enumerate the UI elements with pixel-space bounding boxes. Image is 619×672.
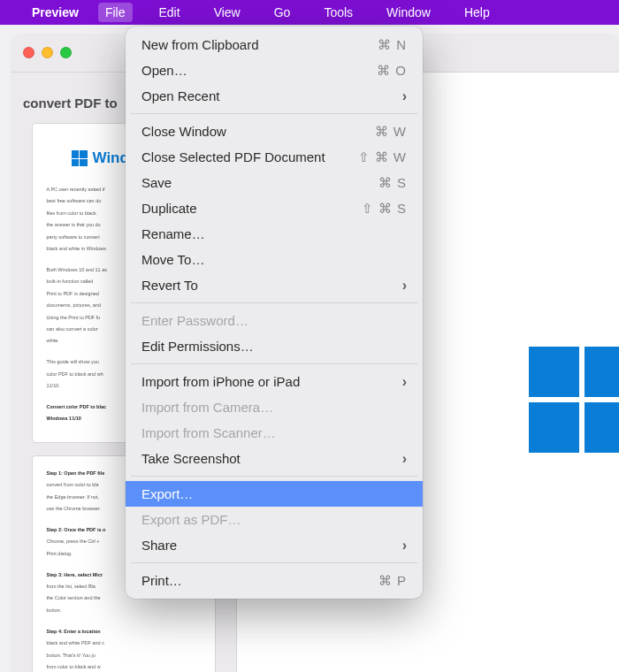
menu-item-label: Edit Permissions…: [141, 339, 254, 354]
menu-item-label: Close Window: [141, 124, 226, 139]
minimize-window-button[interactable]: [42, 47, 53, 58]
menubar: Preview File Edit View Go Tools Window H…: [0, 0, 619, 25]
menu-separator: [131, 363, 417, 364]
zoom-window-button[interactable]: [60, 47, 72, 58]
menu-item-open[interactable]: Open…⌘ O: [126, 57, 423, 83]
menu-help[interactable]: Help: [457, 3, 497, 22]
menu-item-label: New from Clipboard: [141, 37, 259, 52]
menu-shortcut: ⇧ ⌘ W: [358, 149, 408, 165]
file-menu-dropdown: New from Clipboard⌘ NOpen…⌘ OOpen Recent…: [126, 27, 423, 599]
menu-item-open-recent[interactable]: Open Recent›: [126, 83, 423, 109]
menu-shortcut: ⌘ N: [378, 37, 407, 53]
chevron-right-icon: ›: [402, 451, 407, 467]
menu-item-label: Enter Password…: [141, 313, 248, 328]
menu-item-label: Duplicate: [141, 201, 197, 216]
menu-item-label: Import from Scanner…: [141, 425, 276, 440]
menu-item-label: Open Recent: [141, 88, 219, 103]
menu-item-label: Export…: [141, 486, 193, 501]
menu-item-share[interactable]: Share›: [126, 532, 423, 558]
chevron-right-icon: ›: [402, 538, 407, 554]
menu-item-take-screenshot[interactable]: Take Screenshot›: [126, 446, 423, 471]
menu-item-edit-permissions[interactable]: Edit Permissions…: [126, 333, 423, 359]
menu-item-label: Export as PDF…: [141, 512, 241, 527]
menu-item-label: Import from iPhone or iPad: [141, 374, 300, 389]
menu-item-print[interactable]: Print…⌘ P: [126, 568, 423, 593]
menu-item-new-from-clipboard[interactable]: New from Clipboard⌘ N: [126, 32, 423, 57]
menu-tools[interactable]: Tools: [317, 3, 360, 22]
menu-item-import-from-scanner: Import from Scanner…: [126, 420, 423, 446]
menu-item-export[interactable]: Export…: [126, 481, 423, 507]
menu-item-label: Import from Camera…: [141, 400, 273, 415]
menu-item-close-window[interactable]: Close Window⌘ W: [126, 118, 423, 144]
menu-file[interactable]: File: [98, 3, 133, 22]
menu-item-label: Share: [141, 538, 177, 553]
menu-shortcut: ⌘ W: [375, 124, 407, 140]
menu-item-label: Move To…: [141, 252, 204, 267]
thumb-text-line: from color to black and w: [47, 664, 201, 670]
thumb-text-line: button. That's it! You ju: [47, 653, 201, 659]
menu-item-move-to[interactable]: Move To…: [126, 247, 423, 272]
thumb-text-line: black and white PDF and c: [47, 640, 201, 646]
menu-edit[interactable]: Edit: [152, 3, 187, 22]
menu-item-import-from-camera: Import from Camera…: [126, 394, 423, 420]
traffic-lights: [23, 47, 72, 58]
windows-logo-icon: [72, 150, 88, 166]
menu-shortcut: ⌘ O: [377, 63, 407, 79]
menu-item-rename[interactable]: Rename…: [126, 221, 423, 247]
windows-logo-large-icon: [529, 347, 619, 453]
menu-item-close-selected-pdf-document[interactable]: Close Selected PDF Document⇧ ⌘ W: [126, 144, 423, 170]
menu-item-import-from-iphone-or-ipad[interactable]: Import from iPhone or iPad›: [126, 369, 423, 394]
menu-view[interactable]: View: [207, 3, 248, 22]
menu-go[interactable]: Go: [267, 3, 298, 22]
menu-item-label: Open…: [141, 63, 187, 78]
chevron-right-icon: ›: [402, 278, 407, 294]
thumb-text-line: [47, 619, 201, 625]
app-name[interactable]: Preview: [32, 5, 79, 19]
menu-item-save[interactable]: Save⌘ S: [126, 170, 423, 195]
menu-item-label: Close Selected PDF Document: [141, 149, 325, 164]
menu-separator: [131, 113, 417, 114]
menu-item-label: Print…: [141, 573, 182, 588]
menu-shortcut: ⇧ ⌘ S: [362, 201, 407, 217]
menu-item-enter-password: Enter Password…: [126, 308, 423, 333]
menu-shortcut: ⌘ S: [378, 175, 407, 191]
menu-shortcut: ⌘ P: [378, 573, 407, 589]
menu-separator: [131, 476, 417, 477]
thumb-text-line: Step 4: Enter a location: [47, 629, 201, 635]
menu-item-label: Revert To: [141, 278, 198, 293]
menu-item-label: Save: [141, 175, 172, 190]
chevron-right-icon: ›: [402, 88, 407, 104]
windows-logo-text: Wind: [93, 149, 129, 169]
menu-item-duplicate[interactable]: Duplicate⇧ ⌘ S: [126, 195, 423, 221]
menu-item-label: Take Screenshot: [141, 451, 241, 466]
menu-separator: [131, 562, 417, 563]
menu-window[interactable]: Window: [379, 3, 438, 22]
close-window-button[interactable]: [23, 47, 34, 58]
menu-item-revert-to[interactable]: Revert To›: [126, 272, 423, 298]
chevron-right-icon: ›: [402, 374, 407, 390]
menu-separator: [131, 302, 417, 303]
menu-item-label: Rename…: [141, 226, 205, 241]
menu-item-export-as-pdf: Export as PDF…: [126, 507, 423, 532]
thumb-text-line: button.: [47, 607, 201, 614]
